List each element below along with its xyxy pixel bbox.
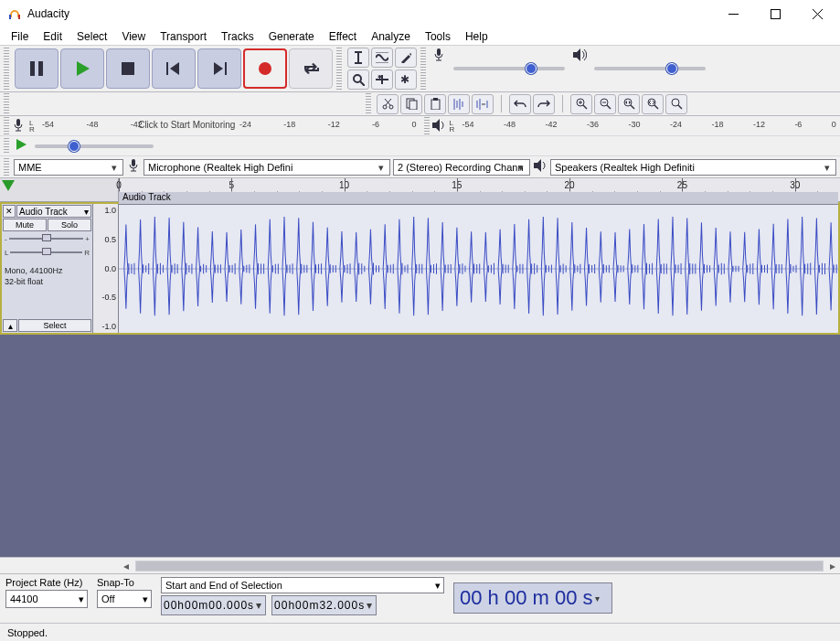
h-scrollbar[interactable]: ◂ ▸ [0, 557, 840, 573]
grip-icon[interactable] [424, 117, 430, 134]
meter-tick: -30 [628, 120, 640, 129]
meter-tick: -54 [42, 120, 54, 129]
rec-device-combo[interactable]: Microphone (Realtek High Defini▾ [144, 159, 390, 176]
grip-icon[interactable] [336, 48, 342, 90]
cut-button[interactable] [377, 94, 399, 114]
svg-point-29 [389, 105, 393, 109]
fit-project-button[interactable] [642, 94, 664, 114]
chevron-down-icon: ▾ [435, 580, 441, 592]
skip-end-button[interactable] [197, 48, 241, 89]
zoom-tool[interactable] [347, 69, 369, 90]
project-rate-combo[interactable]: 44100▾ [5, 590, 88, 608]
svg-rect-1 [18, 15, 20, 19]
selection-end-time[interactable]: 00h00m32.000s▾ [271, 595, 377, 615]
record-button[interactable] [243, 48, 287, 89]
pan-slider[interactable]: LR [3, 246, 91, 259]
audio-host-combo[interactable]: MME▾ [14, 159, 123, 176]
svg-rect-6 [30, 61, 35, 76]
playhead-icon[interactable] [2, 180, 15, 191]
menu-edit[interactable]: Edit [36, 28, 69, 45]
audio-track[interactable]: ✕ Audio Track▾ Mute Solo -+ LR Mono, 441… [0, 202, 840, 335]
app-title: Audacity [27, 7, 712, 20]
waveform[interactable]: Audio Track [119, 204, 838, 333]
menu-help[interactable]: Help [458, 28, 495, 45]
menu-view[interactable]: View [114, 28, 153, 45]
multi-tool[interactable]: ✱ [395, 69, 417, 90]
track-close-button[interactable]: ✕ [3, 205, 16, 218]
scroll-right-icon[interactable]: ▸ [825, 559, 840, 573]
silence-button[interactable] [472, 94, 494, 114]
trim-button[interactable] [448, 94, 470, 114]
play-at-speed-button[interactable] [15, 138, 27, 154]
grip-icon[interactable] [4, 117, 9, 134]
track-menu-button[interactable]: Audio Track▾ [16, 205, 91, 218]
menu-file[interactable]: File [4, 28, 36, 45]
grip-icon[interactable] [4, 93, 9, 114]
toolbar-main: ✱ ✱ [0, 46, 840, 92]
solo-button[interactable]: Solo [48, 219, 91, 231]
maximize-button[interactable] [754, 0, 796, 27]
play-device-combo[interactable]: Speakers (Realtek High Definiti▾ [550, 159, 836, 176]
app-logo-icon [7, 6, 22, 21]
menu-tracks[interactable]: Tracks [214, 28, 261, 45]
copy-button[interactable] [400, 94, 422, 114]
close-button[interactable] [796, 0, 838, 27]
collapse-button[interactable]: ▴ [3, 319, 17, 332]
timeshift-tool[interactable]: ✱ [371, 69, 393, 90]
draw-tool[interactable] [395, 48, 417, 68]
menu-effect[interactable]: Effect [322, 28, 364, 45]
selection-mode-combo[interactable]: Start and End of Selection▾ [161, 577, 444, 593]
stop-button[interactable] [106, 48, 150, 89]
meter-hint[interactable]: Click to Start Monitoring [138, 120, 235, 130]
selection-start-time[interactable]: 00h00m00.000s▾ [161, 595, 266, 615]
pause-button[interactable] [15, 48, 58, 89]
menu-tools[interactable]: Tools [418, 28, 458, 45]
minimize-button[interactable] [712, 0, 754, 27]
svg-marker-27 [573, 48, 580, 61]
zoom-out-button[interactable] [594, 94, 616, 114]
meter-tick: -24 [239, 120, 251, 129]
grip-icon[interactable] [420, 48, 426, 90]
play-volume-slider[interactable] [594, 67, 706, 70]
fit-selection-button[interactable] [618, 94, 640, 114]
selection-tool[interactable] [347, 48, 369, 68]
svg-rect-7 [38, 61, 43, 76]
track-select-button[interactable]: Select [18, 319, 91, 332]
project-rate-label: Project Rate (Hz) [5, 577, 88, 588]
undo-button[interactable] [509, 94, 531, 114]
chevron-down-icon: ▾ [79, 593, 84, 605]
rec-channels-combo[interactable]: 2 (Stereo) Recording Chann▾ [393, 159, 530, 176]
zoom-toggle-button[interactable] [665, 94, 687, 114]
menu-transport[interactable]: Transport [153, 28, 214, 45]
menu-generate[interactable]: Generate [261, 28, 322, 45]
scroll-left-icon[interactable]: ◂ [119, 559, 133, 573]
skip-start-button[interactable] [152, 48, 196, 89]
snap-to-combo[interactable]: Off▾ [97, 590, 152, 608]
redo-button[interactable] [533, 94, 555, 114]
mute-button[interactable]: Mute [3, 219, 47, 231]
gain-slider[interactable]: -+ [3, 232, 91, 245]
play-button[interactable] [60, 48, 104, 89]
menu-select[interactable]: Select [69, 28, 114, 45]
vertical-scale[interactable]: 1.0 0.5 0.0 -0.5 -1.0 [93, 204, 119, 333]
loop-button[interactable] [289, 48, 333, 89]
audio-position-time[interactable]: 00 h 00 m 00 s▾ [453, 582, 612, 614]
grip-icon[interactable] [4, 158, 9, 176]
mic-icon [11, 118, 26, 134]
play-speed-slider[interactable] [35, 144, 154, 148]
chevron-down-icon[interactable]: ▾ [595, 593, 606, 604]
menu-analyze[interactable]: Analyze [364, 28, 418, 45]
grip-icon[interactable] [366, 93, 371, 114]
envelope-tool[interactable] [371, 48, 393, 68]
rec-volume-slider[interactable] [453, 67, 565, 70]
record-meter[interactable]: LR -54 -48 -42 Click to Start Monitoring… [0, 116, 840, 136]
grip-icon[interactable] [4, 48, 9, 90]
chevron-down-icon[interactable]: ▾ [254, 599, 263, 612]
svg-marker-8 [77, 61, 90, 76]
zoom-in-button[interactable] [570, 94, 592, 114]
grip-icon[interactable] [4, 138, 9, 154]
chevron-down-icon[interactable]: ▾ [365, 599, 374, 612]
paste-button[interactable] [424, 94, 446, 114]
meter-tick: -54 [463, 120, 474, 129]
tools-grid: ✱ ✱ [347, 48, 417, 90]
